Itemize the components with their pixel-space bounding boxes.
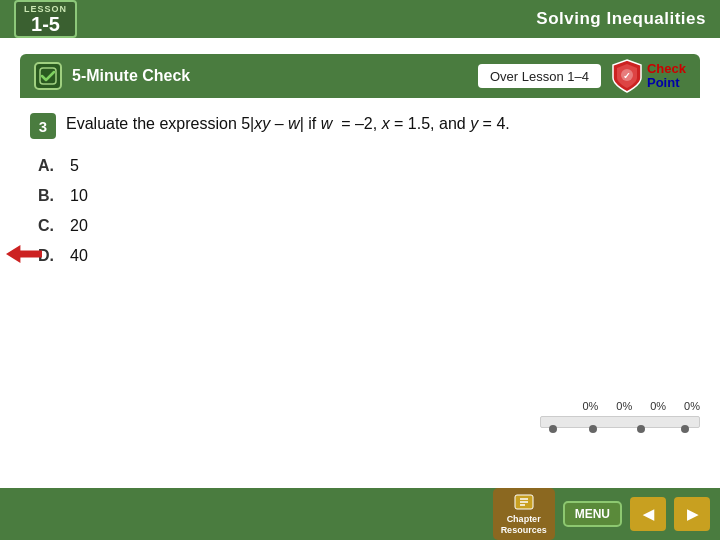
answer-b-value: 10	[70, 187, 88, 205]
answer-c: C. 20	[38, 217, 700, 235]
question-number: 3	[30, 113, 56, 139]
next-icon: ▶	[687, 506, 698, 522]
lesson-number: 1-5	[31, 14, 60, 34]
answer-a-value: 5	[70, 157, 79, 175]
check-icon	[34, 62, 62, 90]
svg-text:✓: ✓	[623, 71, 631, 81]
progress-section: 0% 0% 0% 0%	[540, 400, 700, 428]
checkpoint-logo: ✓ Check Point	[611, 58, 686, 94]
answer-a-letter: A.	[38, 157, 60, 175]
menu-button[interactable]: MENU	[563, 501, 622, 527]
answer-a: A. 5	[38, 157, 700, 175]
checkpoint-text: Check Point	[647, 62, 686, 91]
answers-list: A. 5 B. 10 C. 20 D. 40	[38, 157, 700, 265]
correct-answer-arrow	[6, 244, 42, 268]
over-lesson-text: Over Lesson 1–4	[490, 69, 589, 84]
menu-label: MENU	[575, 507, 610, 521]
answer-c-value: 20	[70, 217, 88, 235]
lesson-badge: LESSON 1-5	[14, 0, 77, 38]
progress-labels: 0% 0% 0% 0%	[582, 400, 700, 412]
content-area: 5-Minute Check Over Lesson 1–4 ✓ Check P…	[0, 38, 720, 488]
prev-icon: ◀	[643, 506, 654, 522]
progress-tick-3	[637, 425, 645, 433]
question-text: Evaluate the expression 5|xy – w| if w =…	[66, 112, 510, 135]
progress-track	[540, 416, 700, 428]
chapter-icon	[513, 492, 535, 512]
page-title: Solving Inequalities	[536, 9, 706, 29]
top-bar: LESSON 1-5 Solving Inequalities	[0, 0, 720, 38]
progress-tick-4	[681, 425, 689, 433]
answer-c-letter: C.	[38, 217, 60, 235]
check-header: 5-Minute Check Over Lesson 1–4 ✓ Check P…	[20, 54, 700, 98]
answer-d: D. 40	[38, 247, 700, 265]
progress-label-3: 0%	[650, 400, 666, 412]
progress-label-1: 0%	[582, 400, 598, 412]
chapter-resources-button[interactable]: ChapterResources	[493, 488, 555, 540]
answer-b: B. 10	[38, 187, 700, 205]
question-area: 3 Evaluate the expression 5|xy – w| if w…	[20, 112, 700, 139]
check-title: 5-Minute Check	[72, 67, 468, 85]
next-button[interactable]: ▶	[674, 497, 710, 531]
chapter-resources-label: ChapterResources	[501, 514, 547, 536]
progress-tick-1	[549, 425, 557, 433]
checkpoint-shield-icon: ✓	[611, 58, 643, 94]
answer-b-letter: B.	[38, 187, 60, 205]
progress-label-4: 0%	[684, 400, 700, 412]
prev-button[interactable]: ◀	[630, 497, 666, 531]
answer-d-value: 40	[70, 247, 88, 265]
bottom-bar: ChapterResources MENU ◀ ▶	[0, 488, 720, 540]
question-row: 3 Evaluate the expression 5|xy – w| if w…	[30, 112, 690, 139]
svg-marker-3	[6, 245, 42, 263]
progress-label-2: 0%	[616, 400, 632, 412]
progress-tick-2	[589, 425, 597, 433]
